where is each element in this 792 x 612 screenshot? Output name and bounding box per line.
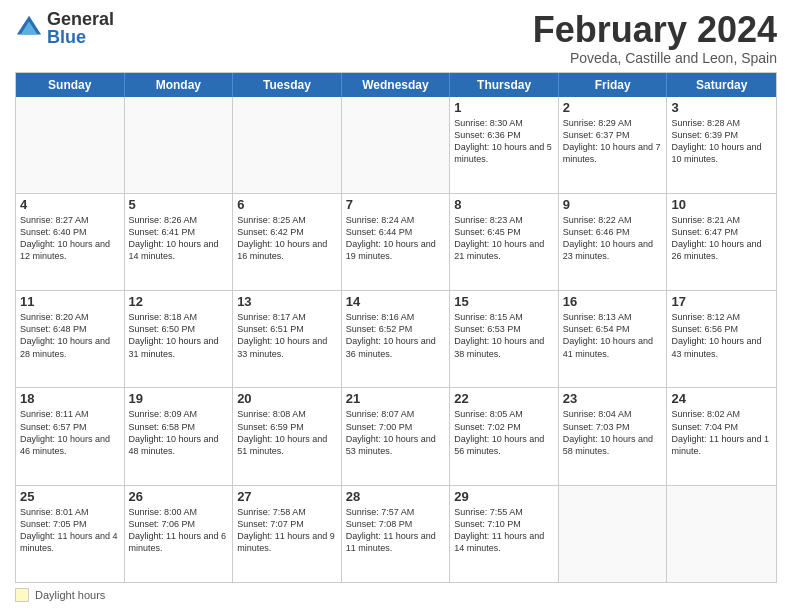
day-number: 20 (237, 391, 337, 406)
calendar-week-row: 4Sunrise: 8:27 AM Sunset: 6:40 PM Daylig… (16, 193, 776, 290)
day-of-week-header: Saturday (667, 73, 776, 97)
calendar-day-cell: 4Sunrise: 8:27 AM Sunset: 6:40 PM Daylig… (16, 194, 125, 290)
location: Poveda, Castille and Leon, Spain (533, 50, 777, 66)
day-info: Sunrise: 7:58 AM Sunset: 7:07 PM Dayligh… (237, 506, 337, 555)
calendar-day-cell: 12Sunrise: 8:18 AM Sunset: 6:50 PM Dayli… (125, 291, 234, 387)
day-info: Sunrise: 7:57 AM Sunset: 7:08 PM Dayligh… (346, 506, 446, 555)
title-area: February 2024 Poveda, Castille and Leon,… (533, 10, 777, 66)
day-info: Sunrise: 8:00 AM Sunset: 7:06 PM Dayligh… (129, 506, 229, 555)
page: General Blue February 2024 Poveda, Casti… (0, 0, 792, 612)
day-of-week-header: Monday (125, 73, 234, 97)
calendar-day-cell: 8Sunrise: 8:23 AM Sunset: 6:45 PM Daylig… (450, 194, 559, 290)
calendar-day-cell: 24Sunrise: 8:02 AM Sunset: 7:04 PM Dayli… (667, 388, 776, 484)
day-of-week-header: Tuesday (233, 73, 342, 97)
day-info: Sunrise: 8:26 AM Sunset: 6:41 PM Dayligh… (129, 214, 229, 263)
day-info: Sunrise: 8:08 AM Sunset: 6:59 PM Dayligh… (237, 408, 337, 457)
calendar-day-cell: 13Sunrise: 8:17 AM Sunset: 6:51 PM Dayli… (233, 291, 342, 387)
calendar-day-cell: 20Sunrise: 8:08 AM Sunset: 6:59 PM Dayli… (233, 388, 342, 484)
day-info: Sunrise: 8:09 AM Sunset: 6:58 PM Dayligh… (129, 408, 229, 457)
day-number: 19 (129, 391, 229, 406)
logo: General Blue (15, 10, 114, 46)
calendar-day-cell (559, 486, 668, 582)
calendar-day-cell: 16Sunrise: 8:13 AM Sunset: 6:54 PM Dayli… (559, 291, 668, 387)
calendar-day-cell: 15Sunrise: 8:15 AM Sunset: 6:53 PM Dayli… (450, 291, 559, 387)
calendar-day-cell (233, 97, 342, 193)
day-info: Sunrise: 8:01 AM Sunset: 7:05 PM Dayligh… (20, 506, 120, 555)
day-number: 26 (129, 489, 229, 504)
day-info: Sunrise: 8:22 AM Sunset: 6:46 PM Dayligh… (563, 214, 663, 263)
calendar-day-cell: 17Sunrise: 8:12 AM Sunset: 6:56 PM Dayli… (667, 291, 776, 387)
calendar-day-cell: 27Sunrise: 7:58 AM Sunset: 7:07 PM Dayli… (233, 486, 342, 582)
day-number: 6 (237, 197, 337, 212)
header: General Blue February 2024 Poveda, Casti… (15, 10, 777, 66)
day-number: 11 (20, 294, 120, 309)
day-info: Sunrise: 8:30 AM Sunset: 6:36 PM Dayligh… (454, 117, 554, 166)
calendar: SundayMondayTuesdayWednesdayThursdayFrid… (15, 72, 777, 583)
calendar-day-cell (125, 97, 234, 193)
calendar-day-cell: 7Sunrise: 8:24 AM Sunset: 6:44 PM Daylig… (342, 194, 451, 290)
calendar-day-cell: 11Sunrise: 8:20 AM Sunset: 6:48 PM Dayli… (16, 291, 125, 387)
logo-icon (15, 14, 43, 42)
calendar-day-cell: 14Sunrise: 8:16 AM Sunset: 6:52 PM Dayli… (342, 291, 451, 387)
day-info: Sunrise: 8:11 AM Sunset: 6:57 PM Dayligh… (20, 408, 120, 457)
legend-label: Daylight hours (35, 589, 105, 601)
day-number: 17 (671, 294, 772, 309)
day-of-week-header: Friday (559, 73, 668, 97)
calendar-header: SundayMondayTuesdayWednesdayThursdayFrid… (16, 73, 776, 97)
day-number: 12 (129, 294, 229, 309)
day-of-week-header: Thursday (450, 73, 559, 97)
day-info: Sunrise: 8:21 AM Sunset: 6:47 PM Dayligh… (671, 214, 772, 263)
calendar-day-cell (16, 97, 125, 193)
day-info: Sunrise: 8:20 AM Sunset: 6:48 PM Dayligh… (20, 311, 120, 360)
calendar-day-cell: 21Sunrise: 8:07 AM Sunset: 7:00 PM Dayli… (342, 388, 451, 484)
day-number: 9 (563, 197, 663, 212)
day-of-week-header: Sunday (16, 73, 125, 97)
calendar-week-row: 18Sunrise: 8:11 AM Sunset: 6:57 PM Dayli… (16, 387, 776, 484)
day-info: Sunrise: 8:16 AM Sunset: 6:52 PM Dayligh… (346, 311, 446, 360)
calendar-day-cell: 10Sunrise: 8:21 AM Sunset: 6:47 PM Dayli… (667, 194, 776, 290)
day-info: Sunrise: 8:07 AM Sunset: 7:00 PM Dayligh… (346, 408, 446, 457)
calendar-day-cell (667, 486, 776, 582)
logo-blue-text: Blue (47, 28, 114, 46)
calendar-day-cell: 2Sunrise: 8:29 AM Sunset: 6:37 PM Daylig… (559, 97, 668, 193)
day-number: 10 (671, 197, 772, 212)
day-info: Sunrise: 8:05 AM Sunset: 7:02 PM Dayligh… (454, 408, 554, 457)
day-info: Sunrise: 8:25 AM Sunset: 6:42 PM Dayligh… (237, 214, 337, 263)
calendar-day-cell: 3Sunrise: 8:28 AM Sunset: 6:39 PM Daylig… (667, 97, 776, 193)
calendar-day-cell: 6Sunrise: 8:25 AM Sunset: 6:42 PM Daylig… (233, 194, 342, 290)
day-info: Sunrise: 8:29 AM Sunset: 6:37 PM Dayligh… (563, 117, 663, 166)
day-info: Sunrise: 8:23 AM Sunset: 6:45 PM Dayligh… (454, 214, 554, 263)
day-info: Sunrise: 8:24 AM Sunset: 6:44 PM Dayligh… (346, 214, 446, 263)
calendar-day-cell: 22Sunrise: 8:05 AM Sunset: 7:02 PM Dayli… (450, 388, 559, 484)
calendar-day-cell: 5Sunrise: 8:26 AM Sunset: 6:41 PM Daylig… (125, 194, 234, 290)
day-info: Sunrise: 8:18 AM Sunset: 6:50 PM Dayligh… (129, 311, 229, 360)
calendar-day-cell: 23Sunrise: 8:04 AM Sunset: 7:03 PM Dayli… (559, 388, 668, 484)
logo-general-text: General (47, 10, 114, 28)
calendar-day-cell: 9Sunrise: 8:22 AM Sunset: 6:46 PM Daylig… (559, 194, 668, 290)
day-info: Sunrise: 8:02 AM Sunset: 7:04 PM Dayligh… (671, 408, 772, 457)
calendar-day-cell: 28Sunrise: 7:57 AM Sunset: 7:08 PM Dayli… (342, 486, 451, 582)
day-number: 25 (20, 489, 120, 504)
day-number: 29 (454, 489, 554, 504)
day-info: Sunrise: 8:13 AM Sunset: 6:54 PM Dayligh… (563, 311, 663, 360)
day-number: 18 (20, 391, 120, 406)
day-info: Sunrise: 8:28 AM Sunset: 6:39 PM Dayligh… (671, 117, 772, 166)
day-number: 3 (671, 100, 772, 115)
calendar-day-cell: 18Sunrise: 8:11 AM Sunset: 6:57 PM Dayli… (16, 388, 125, 484)
calendar-week-row: 25Sunrise: 8:01 AM Sunset: 7:05 PM Dayli… (16, 485, 776, 582)
day-number: 8 (454, 197, 554, 212)
day-number: 24 (671, 391, 772, 406)
calendar-week-row: 11Sunrise: 8:20 AM Sunset: 6:48 PM Dayli… (16, 290, 776, 387)
day-number: 16 (563, 294, 663, 309)
day-number: 14 (346, 294, 446, 309)
month-title: February 2024 (533, 10, 777, 50)
day-number: 21 (346, 391, 446, 406)
day-number: 27 (237, 489, 337, 504)
day-info: Sunrise: 8:12 AM Sunset: 6:56 PM Dayligh… (671, 311, 772, 360)
legend: Daylight hours (15, 588, 777, 602)
day-number: 23 (563, 391, 663, 406)
day-info: Sunrise: 8:04 AM Sunset: 7:03 PM Dayligh… (563, 408, 663, 457)
day-number: 15 (454, 294, 554, 309)
day-info: Sunrise: 8:15 AM Sunset: 6:53 PM Dayligh… (454, 311, 554, 360)
day-info: Sunrise: 7:55 AM Sunset: 7:10 PM Dayligh… (454, 506, 554, 555)
